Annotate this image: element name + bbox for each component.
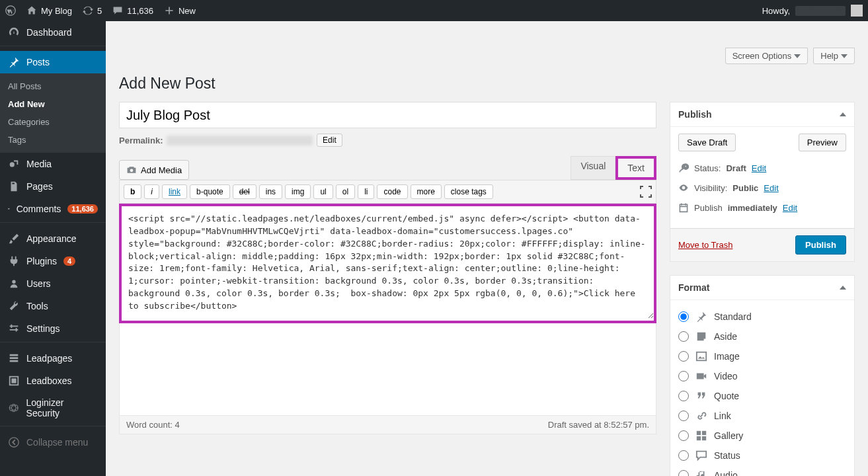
schedule-value: immediately (728, 203, 777, 213)
toggle-icon[interactable] (840, 286, 846, 290)
link-icon (695, 410, 707, 422)
format-audio[interactable]: Audio (678, 465, 846, 476)
format-video[interactable]: Video (678, 366, 846, 386)
publish-metabox: Publish Save Draft Preview Status: Draft… (670, 102, 855, 262)
format-standard[interactable]: Standard (678, 307, 846, 327)
pages-icon (8, 180, 20, 192)
comments-link[interactable]: 11,636 (112, 5, 153, 16)
svg-point-2 (12, 280, 15, 284)
publish-button[interactable]: Publish (795, 235, 846, 255)
sidebar-item-pages[interactable]: Pages (0, 175, 106, 198)
visibility-value: Public (732, 183, 758, 193)
save-draft-button[interactable]: Save Draft (678, 134, 736, 151)
editor-whitespace[interactable] (119, 323, 656, 416)
permalink-url[interactable]: redacted-permalink-url-text-here-blog (167, 136, 313, 145)
gallery-icon (695, 430, 707, 442)
wp-logo[interactable] (5, 5, 16, 16)
schedule-line: Publish immediately Edit (678, 198, 846, 218)
updates-link[interactable]: 5 (83, 5, 102, 16)
qt-code[interactable]: code (377, 184, 407, 199)
qt-ol[interactable]: ol (336, 184, 355, 199)
toggle-icon[interactable] (840, 112, 846, 116)
sidebar-item-settings[interactable]: Settings (0, 317, 106, 340)
qt-link[interactable]: link (162, 184, 187, 199)
qt-del[interactable]: del (233, 184, 256, 199)
audio-icon (695, 469, 707, 476)
qt-img[interactable]: img (285, 184, 311, 199)
svg-rect-4 (11, 378, 16, 383)
status-icon (695, 450, 707, 461)
sub-all-posts[interactable]: All Posts (0, 77, 106, 95)
post-title-input[interactable] (119, 102, 656, 128)
permalink-edit-button[interactable]: Edit (317, 134, 342, 147)
format-list: Standard Aside Image Video Quote Link Ga… (670, 300, 854, 476)
add-media-button[interactable]: Add Media (119, 160, 189, 180)
edit-visibility-link[interactable]: Edit (764, 183, 778, 193)
qt-italic[interactable]: i (144, 184, 159, 199)
sliders-icon (8, 323, 20, 335)
admin-sidebar: Dashboard Posts All Posts Add New Catego… (0, 21, 106, 476)
move-to-trash-link[interactable]: Move to Trash (678, 240, 732, 250)
plugin-icon (8, 255, 20, 267)
chevron-down-icon (794, 54, 801, 58)
format-aside[interactable]: Aside (678, 327, 846, 346)
svg-rect-6 (697, 352, 706, 361)
format-gallery[interactable]: Gallery (678, 426, 846, 446)
admin-bar: My Blog 5 11,636 New Howdy, hidden user (0, 0, 868, 21)
updates-count: 5 (97, 6, 102, 16)
fullscreen-icon[interactable] (640, 186, 652, 198)
qt-close[interactable]: close tags (444, 184, 493, 199)
format-status[interactable]: Status (678, 446, 846, 465)
sidebar-item-tools[interactable]: Tools (0, 295, 106, 317)
sidebar-item-comments[interactable]: Comments11,636 (0, 198, 106, 220)
comments-icon (8, 203, 10, 215)
format-quote[interactable]: Quote (678, 386, 846, 406)
help-button[interactable]: Help (813, 48, 855, 64)
sidebar-item-appearance[interactable]: Appearance (0, 227, 106, 250)
sidebar-item-leadpages[interactable]: Leadpages (0, 347, 106, 370)
home-icon (26, 5, 37, 16)
users-icon (8, 278, 20, 290)
sidebar-item-leadboxes[interactable]: Leadboxes (0, 370, 106, 392)
sidebar-item-posts[interactable]: Posts (0, 51, 106, 73)
sidebar-item-media[interactable]: Media (0, 153, 106, 175)
sub-tags[interactable]: Tags (0, 131, 106, 149)
screen-options-button[interactable]: Screen Options (725, 48, 809, 64)
content-textarea[interactable] (122, 206, 654, 319)
format-metabox: Format Standard Aside Image Video Quote … (670, 275, 855, 476)
plugins-badge: 4 (63, 257, 75, 266)
qt-ins[interactable]: ins (259, 184, 282, 199)
site-name-link[interactable]: My Blog (26, 5, 72, 16)
eye-icon (678, 182, 689, 193)
edit-status-link[interactable]: Edit (752, 163, 766, 173)
format-image[interactable]: Image (678, 346, 846, 366)
sub-categories[interactable]: Categories (0, 113, 106, 131)
preview-button[interactable]: Preview (799, 134, 846, 151)
calendar-icon (678, 202, 689, 213)
sidebar-item-users[interactable]: Users (0, 272, 106, 295)
svg-point-5 (9, 438, 19, 447)
qt-bquote[interactable]: b-quote (190, 184, 230, 199)
new-content-link[interactable]: New (164, 5, 196, 16)
brush-icon (8, 233, 20, 245)
sidebar-item-loginizer[interactable]: Loginizer Security (0, 392, 106, 424)
avatar[interactable] (851, 5, 863, 17)
site-name: My Blog (41, 6, 72, 16)
tab-visual[interactable]: Visual (571, 156, 615, 180)
pin-icon (8, 56, 20, 68)
sidebar-item-dashboard[interactable]: Dashboard (0, 21, 106, 44)
image-icon (695, 350, 707, 362)
sidebar-collapse[interactable]: Collapse menu (0, 431, 106, 454)
sub-add-new[interactable]: Add New (0, 95, 106, 113)
qt-more[interactable]: more (411, 184, 442, 199)
qt-ul[interactable]: ul (313, 184, 333, 199)
update-icon (83, 5, 93, 16)
qt-li[interactable]: li (358, 184, 374, 199)
format-link[interactable]: Link (678, 406, 846, 426)
sidebar-item-plugins[interactable]: Plugins4 (0, 250, 106, 272)
publish-heading: Publish (678, 109, 712, 120)
qt-bold[interactable]: b (124, 184, 141, 199)
tab-text[interactable]: Text (615, 156, 656, 180)
comment-icon (112, 5, 123, 16)
edit-schedule-link[interactable]: Edit (783, 203, 797, 213)
